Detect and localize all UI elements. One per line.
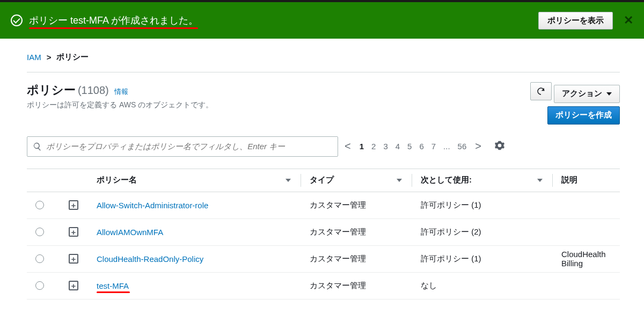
policy-description: CloudHealth Billing xyxy=(561,250,620,268)
refresh-button[interactable] xyxy=(530,82,552,100)
view-policy-button[interactable]: ポリシーを表示 xyxy=(538,12,613,30)
pagination: < 1234567...56> xyxy=(343,140,482,152)
expand-button[interactable]: + xyxy=(69,227,78,237)
row-select-radio[interactable] xyxy=(35,201,44,209)
col-header-used[interactable]: 次として使用: xyxy=(421,175,472,185)
sort-icon[interactable] xyxy=(397,179,402,182)
policy-name-link[interactable]: CloudHealth-ReadOnly-Policy xyxy=(97,254,203,264)
policy-type: カスタマー管理 xyxy=(310,281,412,291)
gear-icon xyxy=(494,140,505,151)
caret-down-icon xyxy=(606,92,612,96)
search-input[interactable] xyxy=(46,142,332,151)
table-row: +Allow-Switch-Administrator-roleカスタマー管理許… xyxy=(27,192,620,219)
create-policy-button[interactable]: ポリシーを作成 xyxy=(547,106,620,125)
policy-used-as: 許可ポリシー (2) xyxy=(421,227,552,237)
page-number[interactable]: 2 xyxy=(371,142,376,151)
policy-name-link[interactable]: Allow-Switch-Administrator-role xyxy=(97,201,208,210)
policy-type: カスタマー管理 xyxy=(310,227,412,237)
success-banner: ポリシー test-MFA が作成されました。 ポリシーを表示 ✕ xyxy=(0,2,644,39)
row-select-radio[interactable] xyxy=(35,228,44,236)
col-header-type[interactable]: タイプ xyxy=(310,175,334,185)
table-row: +CloudHealth-ReadOnly-Policyカスタマー管理許可ポリシ… xyxy=(27,246,620,273)
table-header-row: ポリシー名 タイプ 次として使用: 説明 xyxy=(27,169,620,192)
refresh-icon xyxy=(536,86,546,96)
page-number[interactable]: 4 xyxy=(396,142,400,151)
table-row: +test-MFAカスタマー管理なし xyxy=(27,273,620,300)
prev-page-button[interactable]: < xyxy=(343,140,352,152)
annotation-underline xyxy=(29,27,198,29)
expand-button[interactable]: + xyxy=(69,200,78,210)
expand-button[interactable]: + xyxy=(69,281,78,290)
search-icon xyxy=(33,142,42,151)
banner-message-text: ポリシー test-MFA が作成されました。 xyxy=(29,15,198,26)
sort-icon[interactable] xyxy=(537,179,543,182)
page-number[interactable]: 7 xyxy=(431,142,436,151)
table-row: +AllowIAMOwnMFAカスタマー管理許可ポリシー (2) xyxy=(27,219,620,246)
page-number[interactable]: 5 xyxy=(407,142,412,151)
col-header-desc[interactable]: 説明 xyxy=(561,175,577,185)
breadcrumb-current: ポリシー xyxy=(56,52,89,62)
policy-used-as: なし xyxy=(421,281,552,291)
info-link[interactable]: 情報 xyxy=(114,87,128,96)
check-circle-icon xyxy=(11,14,23,26)
page-number[interactable]: 1 xyxy=(360,142,364,151)
expand-button[interactable]: + xyxy=(69,254,78,264)
chevron-right-icon: > xyxy=(47,53,52,62)
page-number[interactable]: 3 xyxy=(383,142,387,151)
close-icon[interactable]: ✕ xyxy=(624,13,633,27)
page-subtitle: ポリシーは許可を定義する AWS のオブジェクトです。 xyxy=(27,100,213,110)
row-select-radio[interactable] xyxy=(35,281,44,290)
policy-type: カスタマー管理 xyxy=(310,254,412,264)
policy-used-as: 許可ポリシー (1) xyxy=(421,254,552,264)
search-box[interactable] xyxy=(27,136,338,157)
sort-icon[interactable] xyxy=(286,179,291,182)
actions-dropdown-button[interactable]: アクション xyxy=(554,85,620,103)
breadcrumb: IAM > ポリシー xyxy=(27,52,620,62)
settings-button[interactable] xyxy=(494,140,505,152)
page-title: ポリシー xyxy=(27,83,76,97)
breadcrumb-root[interactable]: IAM xyxy=(27,53,41,62)
policy-type: カスタマー管理 xyxy=(310,200,412,210)
policy-name-link[interactable]: test-MFA xyxy=(97,281,129,290)
page-number[interactable]: 56 xyxy=(458,142,467,151)
next-page-button[interactable]: > xyxy=(474,140,482,152)
policy-count: (1108) xyxy=(78,84,109,96)
policy-used-as: 許可ポリシー (1) xyxy=(421,200,552,210)
page-number[interactable]: 6 xyxy=(419,142,423,151)
actions-button-label: アクション xyxy=(562,89,602,99)
row-select-radio[interactable] xyxy=(35,254,44,263)
banner-message: ポリシー test-MFA が作成されました。 xyxy=(29,14,198,27)
col-header-name[interactable]: ポリシー名 xyxy=(97,175,137,185)
page-number[interactable]: ... xyxy=(443,142,450,151)
policy-name-link[interactable]: AllowIAMOwnMFA xyxy=(97,228,163,237)
